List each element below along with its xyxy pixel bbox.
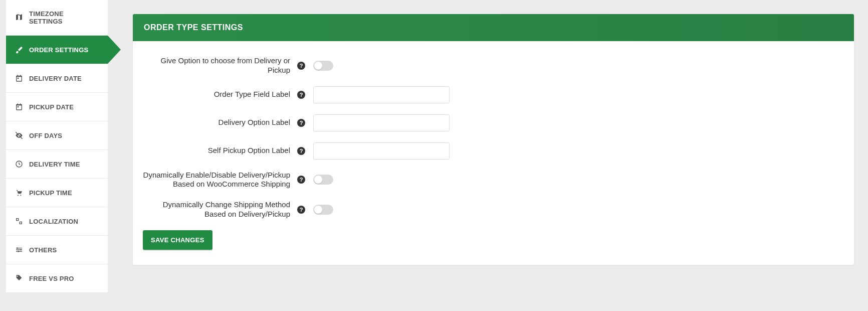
help-icon[interactable]: ? <box>297 62 305 70</box>
cart-icon <box>15 189 23 197</box>
toggle-dynamic-shipping[interactable] <box>313 205 333 215</box>
help-icon[interactable]: ? <box>297 119 305 127</box>
sidebar-item-label: FREE VS PRO <box>29 275 74 282</box>
label-pickup-option: Self Pickup Option Label <box>143 146 293 156</box>
row-field-label: Order Type Field Label ? <box>143 86 844 103</box>
panel-body: Give Option to choose from Delivery or P… <box>133 41 854 265</box>
brush-icon <box>15 46 23 54</box>
sidebar-item-timezone-settings[interactable]: TIMEZONE SETTINGS <box>6 0 108 36</box>
help-icon[interactable]: ? <box>297 147 305 155</box>
sidebar-item-pickup-date[interactable]: PICKUP DATE <box>6 93 108 121</box>
row-pickup-option-label: Self Pickup Option Label ? <box>143 142 844 160</box>
sidebar-item-label: TIMEZONE SETTINGS <box>29 10 99 25</box>
settings-sidebar: TIMEZONE SETTINGS ORDER SETTINGS DELIVER… <box>0 0 108 311</box>
eye-slash-icon <box>15 131 23 139</box>
row-give-option: Give Option to choose from Delivery or P… <box>143 56 844 75</box>
sidebar-item-label: PICKUP DATE <box>29 103 74 111</box>
sidebar-item-delivery-date[interactable]: DELIVERY DATE <box>6 64 108 93</box>
sidebar-item-delivery-time[interactable]: DELIVERY TIME <box>6 150 108 179</box>
sidebar-item-label: ORDER SETTINGS <box>29 46 88 54</box>
svg-point-2 <box>20 195 21 196</box>
sidebar-item-label: PICKUP TIME <box>29 189 72 197</box>
svg-point-1 <box>18 195 19 196</box>
label-delivery-option: Delivery Option Label <box>143 118 293 127</box>
sidebar-item-label: OTHERS <box>29 246 57 254</box>
clock-icon <box>15 160 23 168</box>
sidebar-item-others[interactable]: OTHERS <box>6 236 108 264</box>
translate-icon <box>15 217 23 225</box>
settings-panel: ORDER TYPE SETTINGS Give Option to choos… <box>133 14 854 265</box>
input-delivery-option-label[interactable] <box>313 114 450 131</box>
toggle-give-option[interactable] <box>313 61 333 71</box>
tag-icon <box>15 274 23 282</box>
panel-title: ORDER TYPE SETTINGS <box>133 14 854 41</box>
row-dynamic-shipping: Dynamically Change Shipping Method Based… <box>143 200 844 219</box>
help-icon[interactable]: ? <box>297 206 305 214</box>
label-field-label: Order Type Field Label <box>143 90 293 99</box>
svg-point-5 <box>18 251 19 252</box>
toggle-dynamic-enable[interactable] <box>313 175 333 185</box>
sidebar-item-label: DELIVERY DATE <box>29 75 82 82</box>
help-icon[interactable]: ? <box>297 91 305 99</box>
input-pickup-option-label[interactable] <box>313 142 450 160</box>
sidebar-item-order-settings[interactable]: ORDER SETTINGS <box>6 36 108 64</box>
save-changes-button[interactable]: SAVE CHANGES <box>143 230 212 250</box>
sidebar-item-localization[interactable]: LOCALIZATION <box>6 207 108 236</box>
main-content: ORDER TYPE SETTINGS Give Option to choos… <box>108 0 868 311</box>
map-icon <box>15 14 23 22</box>
sidebar-item-off-days[interactable]: OFF DAYS <box>6 121 108 150</box>
row-dynamic-enable: Dynamically Enable/Disable Delivery/Pick… <box>143 171 844 190</box>
sidebar-item-label: LOCALIZATION <box>29 218 78 225</box>
calendar-icon <box>15 103 23 111</box>
calendar-icon <box>15 74 23 82</box>
label-give-option: Give Option to choose from Delivery or P… <box>143 56 293 75</box>
sidebar-item-free-vs-pro[interactable]: FREE VS PRO <box>6 264 108 293</box>
sidebar-item-label: OFF DAYS <box>29 132 62 139</box>
sidebar-item-pickup-time[interactable]: PICKUP TIME <box>6 179 108 207</box>
label-dynamic-shipping: Dynamically Change Shipping Method Based… <box>143 200 293 219</box>
row-delivery-option-label: Delivery Option Label ? <box>143 114 844 131</box>
help-icon[interactable]: ? <box>297 176 305 184</box>
svg-point-4 <box>20 249 22 251</box>
input-field-label[interactable] <box>313 86 450 103</box>
svg-point-3 <box>17 247 18 249</box>
label-dynamic-enable: Dynamically Enable/Disable Delivery/Pick… <box>143 171 293 190</box>
sidebar-item-label: DELIVERY TIME <box>29 161 80 168</box>
sliders-icon <box>15 246 23 254</box>
